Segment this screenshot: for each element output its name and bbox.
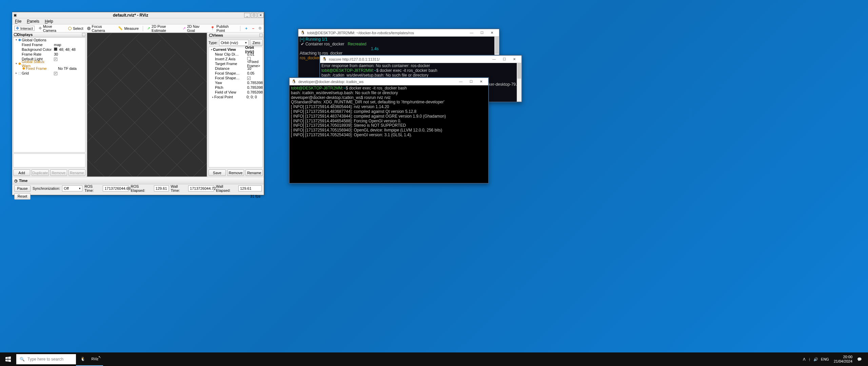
menubar: File Panels Help	[12, 18, 264, 24]
rviz-window: ▣ default.rviz* - RViz _ ☐ ✕ File Panels…	[12, 12, 264, 195]
svg-line-16	[87, 40, 161, 135]
remove-tool-button[interactable]: −	[252, 26, 254, 30]
wallelapsed-field[interactable]: 129.61	[238, 185, 262, 191]
minimize-button[interactable]: _	[244, 13, 250, 18]
toolbar: ✥Interact ✥Move Camera Select Focus Came…	[12, 24, 264, 33]
tray-chevron-icon[interactable]: ᐱ	[803, 357, 806, 362]
focus-camera-button[interactable]: Focus Camera	[87, 24, 114, 33]
svg-line-5	[122, 54, 207, 149]
rostime-field[interactable]: 1713726044.69	[103, 185, 129, 191]
svg-line-19	[87, 33, 119, 93]
svg-line-15	[87, 54, 175, 149]
displays-tree[interactable]: ▾⬣Global Options Fixed Framemap Backgrou…	[13, 37, 85, 152]
close-button[interactable]: ✕	[258, 13, 264, 18]
search-placeholder: Type here to search	[27, 357, 63, 362]
svg-line-7	[151, 33, 207, 121]
fps-label: 31 fps	[250, 194, 260, 198]
search-box[interactable]: 🔍 Type here to search	[16, 354, 76, 364]
penguin-icon: 🐧	[300, 30, 305, 35]
lang-indicator[interactable]: ENG	[821, 357, 829, 361]
3d-view[interactable]	[87, 33, 207, 177]
reset-button[interactable]: Reset	[14, 193, 31, 200]
display-description	[13, 154, 85, 167]
term3-body[interactable]: tobit@DESKTOP-J8TR2MM:~$ docker exec -it…	[290, 85, 488, 183]
move-camera-button[interactable]: ✥Move Camera	[39, 24, 64, 33]
svg-line-10	[151, 124, 207, 177]
term1-max[interactable]: ☐	[477, 30, 487, 36]
term3-min[interactable]: —	[456, 79, 466, 85]
term3-max[interactable]: ☐	[466, 79, 476, 85]
nav2d-button[interactable]: ➚2D Nav Goal	[183, 24, 206, 33]
walltime-field[interactable]: 1713726044.72	[188, 185, 214, 191]
menu-file[interactable]: File	[12, 18, 24, 24]
term1-close[interactable]: ✕	[487, 30, 497, 36]
defaultlight-checkbox[interactable]: ✓	[54, 58, 57, 61]
windows-taskbar: 🔍 Type here to search 🐧 RViz↖ ᐱ ⟊ 🔊 ENG …	[0, 352, 868, 366]
views-header[interactable]: 🖵 Views	[208, 33, 264, 38]
zero-button[interactable]: Zero	[250, 39, 263, 46]
term1-title: tobit@DESKTOP-J8TR2MM: ~/docker-for-robo…	[307, 31, 467, 35]
views-tree[interactable]: ▾Current ViewOrbit (rviz) Near Clip Di…0…	[209, 47, 263, 167]
type-label: Type:	[209, 41, 218, 45]
taskbar-app-rviz[interactable]: RViz↖	[90, 352, 103, 366]
add-button[interactable]: Add	[13, 169, 30, 176]
time-controls: Pause Synchronization: Off ROS Time:1713…	[12, 184, 264, 192]
measure-button[interactable]: 📏Measure	[118, 26, 139, 30]
remove-display-button: Remove	[50, 169, 67, 176]
displays-header[interactable]: 🖵 Displays	[12, 33, 86, 37]
rviz-titlebar[interactable]: ▣ default.rviz* - RViz _ ☐ ✕	[12, 12, 264, 18]
term3-close[interactable]: ✕	[476, 79, 486, 85]
menu-help[interactable]: Help	[42, 18, 56, 24]
term2-scrollbar[interactable]	[517, 63, 521, 102]
system-tray: ᐱ ⟊ 🔊 ENG 20:0021/04/2024 💬	[803, 355, 868, 364]
tool-props-button[interactable]: ⚙	[258, 26, 262, 30]
term2-close[interactable]: ✕	[509, 56, 519, 62]
svg-line-3	[94, 82, 189, 177]
views-panel: 🖵 Views Type: Orbit (rviz) Zero ▾Current…	[207, 33, 264, 177]
remove-view-button[interactable]: Remove	[227, 169, 244, 176]
interact-button[interactable]: ✥Interact	[14, 26, 35, 31]
window-title: default.rviz* - RViz	[18, 13, 243, 18]
svg-line-0	[87, 124, 147, 177]
wifi-icon[interactable]: ⟊	[808, 357, 811, 361]
svg-line-1	[87, 110, 161, 177]
volume-icon[interactable]: 🔊	[813, 357, 818, 362]
displays-panel: 🖵 Displays ▾⬣Global Options Fixed Framem…	[12, 33, 87, 177]
svg-line-4	[108, 68, 203, 163]
term3-title: developer@docker-desktop: /catkin_ws	[298, 80, 456, 84]
start-button[interactable]	[0, 352, 16, 366]
notifications-icon[interactable]: 💬	[857, 357, 862, 362]
rename-display-button: Rename	[68, 169, 85, 176]
roselapsed-field[interactable]: 129.61	[154, 185, 169, 191]
terminal-3[interactable]: 🐧developer@docker-desktop: /catkin_ws —☐…	[289, 77, 489, 184]
svg-line-6	[136, 40, 207, 135]
duplicate-button: Duplicate	[32, 169, 48, 176]
menu-panels[interactable]: Panels	[24, 18, 42, 24]
term2-min[interactable]: —	[489, 56, 499, 62]
term2-title: roscore http://127.0.0.1:11311/	[329, 57, 489, 61]
search-icon: 🔍	[20, 357, 25, 362]
svg-line-2	[87, 96, 175, 177]
term2-max[interactable]: ☐	[499, 56, 509, 62]
add-tool-button[interactable]: ＋	[244, 26, 248, 31]
svg-line-8	[164, 33, 207, 107]
view-type-combo[interactable]: Orbit (rviz)	[219, 40, 249, 46]
sync-combo[interactable]: Off	[62, 185, 82, 191]
svg-line-14	[94, 68, 189, 163]
pause-button[interactable]: Pause	[14, 185, 31, 192]
svg-line-12	[122, 96, 207, 177]
taskbar-app-1[interactable]: 🐧	[76, 352, 90, 366]
grid-checkbox[interactable]: ✓	[54, 72, 57, 75]
save-view-button[interactable]: Save	[209, 169, 226, 176]
maximize-button[interactable]: ☐	[251, 13, 257, 18]
publish-point-button[interactable]: 📍Publish Point	[210, 24, 236, 33]
clock[interactable]: 20:0021/04/2024	[832, 355, 854, 364]
term1-min[interactable]: —	[467, 30, 477, 36]
rename-view-button[interactable]: Rename	[245, 169, 263, 176]
focalshape-checkbox[interactable]: ✓	[247, 77, 251, 80]
pose2d-button[interactable]: ➚2D Pose Estimate	[147, 24, 179, 33]
time-panel-header[interactable]: ◷Time	[12, 177, 264, 184]
app-icon: ▣	[12, 13, 18, 18]
select-button[interactable]: Select	[68, 26, 83, 30]
svg-line-9	[179, 33, 207, 93]
